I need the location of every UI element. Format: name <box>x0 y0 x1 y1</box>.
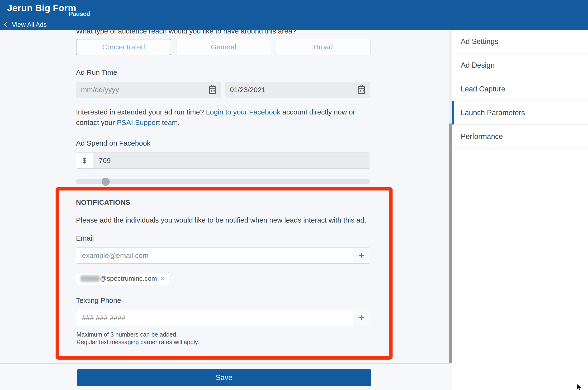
section-sidebar: Ad Settings Ad Design Lead Capture Launc… <box>452 30 588 390</box>
calendar-icon[interactable] <box>358 86 365 94</box>
notifications-heading: NOTIFICATIONS <box>76 198 130 206</box>
sidebar-item-ad-settings[interactable]: Ad Settings <box>452 30 588 53</box>
sidebar-item-performance[interactable]: Performance <box>452 125 588 148</box>
facebook-login-link[interactable]: Login to your Facebook <box>206 108 280 116</box>
ad-run-time-label: Ad Run Time <box>76 68 117 76</box>
audience-reach-options: Concentrated General Broad <box>76 39 371 55</box>
calendar-icon[interactable] <box>209 86 216 94</box>
ad-spend-slider[interactable] <box>76 179 370 184</box>
extend-run-time-note: Interested in extended your ad run time?… <box>76 107 375 128</box>
note-text: . <box>178 119 180 126</box>
phone-help-line-2: Regular text messaging carrier rates wil… <box>77 339 199 345</box>
ad-end-date-input[interactable]: 01/23/2021 <box>225 82 370 98</box>
texting-phone-label: Texting Phone <box>76 296 121 304</box>
ad-start-date-input[interactable]: mm/dd/yyyy <box>76 82 221 98</box>
ad-spend-label: Ad Spend on Facebook <box>76 139 151 147</box>
add-email-button[interactable]: + <box>353 248 370 263</box>
page-title: Jerun Big Form <box>7 3 76 13</box>
sidebar-item-lead-capture[interactable]: Lead Capture <box>452 77 588 101</box>
email-input-group: example@email.com + <box>76 247 370 264</box>
audience-option-broad[interactable]: Broad <box>276 39 371 55</box>
app-header: Jerun Big Form Paused View All Ads <box>0 0 588 30</box>
slider-thumb[interactable] <box>102 178 110 186</box>
ad-spend-value-input[interactable]: 769 <box>93 152 370 169</box>
audience-option-general[interactable]: General <box>176 39 271 55</box>
phone-input-group: ### ### #### + <box>76 310 370 326</box>
ad-end-date-value: 01/23/2021 <box>230 86 358 94</box>
email-chip: @spectruminc.com × <box>76 272 169 285</box>
view-all-ads-label: View All Ads <box>12 21 47 29</box>
sidebar-item-ad-design[interactable]: Ad Design <box>452 53 588 77</box>
email-label: Email <box>76 234 94 242</box>
audience-option-concentrated[interactable]: Concentrated <box>76 39 171 55</box>
psai-support-link[interactable]: PSAI Support team <box>117 119 178 126</box>
ad-spend-input-group: $ 769 <box>76 152 370 169</box>
status-badge: Paused <box>69 10 90 17</box>
redacted-email-name <box>81 276 99 282</box>
launch-parameters-panel: What type of audience reach would you li… <box>0 0 449 390</box>
chevron-left-icon <box>4 22 9 28</box>
email-chip-domain: @spectruminc.com <box>100 275 157 282</box>
email-input[interactable]: example@email.com <box>76 248 353 263</box>
content-scrollbar-thumb[interactable] <box>449 124 452 363</box>
sidebar-item-launch-parameters[interactable]: Launch Parameters <box>452 101 588 125</box>
phone-help-line-1: Maximum of 3 numbers can be added. <box>77 331 178 338</box>
ad-start-date-placeholder: mm/dd/yyyy <box>81 86 209 94</box>
note-text: account directly now or <box>280 108 355 116</box>
currency-prefix: $ <box>76 152 93 169</box>
notifications-description: Please add the individuals you would lik… <box>76 216 380 224</box>
remove-email-icon[interactable]: × <box>160 275 165 282</box>
add-phone-button[interactable]: + <box>353 310 370 326</box>
note-text: contact your <box>76 119 117 126</box>
mouse-cursor <box>576 383 585 390</box>
view-all-ads-link[interactable]: View All Ads <box>4 21 47 29</box>
phone-input[interactable]: ### ### #### <box>76 310 353 326</box>
note-text: Interested in extended your ad run time? <box>76 108 206 116</box>
